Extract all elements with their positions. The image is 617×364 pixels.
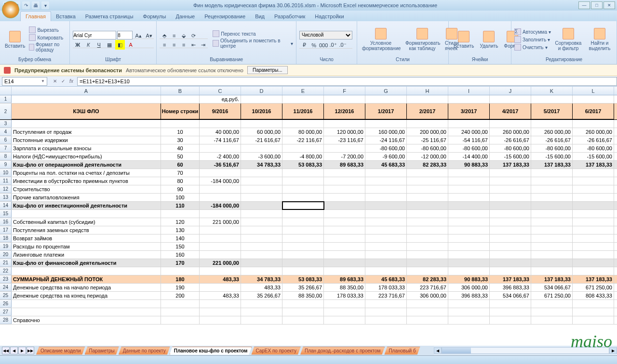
sort-filter-button[interactable]: Сортировка и фильтр — [553, 27, 584, 52]
sheet-tab[interactable]: Данные по проекту — [119, 347, 170, 355]
cell[interactable]: 53 083,33 — [282, 161, 324, 169]
cell[interactable]: 260 000,00 — [531, 128, 573, 136]
cell[interactable]: 100 — [161, 194, 200, 201]
cell[interactable] — [531, 308, 573, 316]
cell[interactable]: Прочие капиталовложения — [12, 194, 161, 201]
cell[interactable] — [573, 267, 614, 275]
sheet-tab[interactable]: Параметры — [85, 347, 119, 355]
cell[interactable]: Зарплата и социальные взносы — [12, 144, 161, 152]
decrease-font-button[interactable]: A▾ — [144, 31, 154, 40]
cell[interactable] — [161, 308, 200, 316]
print-icon[interactable]: 🖶 — [32, 1, 40, 9]
cell[interactable] — [324, 177, 365, 185]
cell[interactable]: -80 600,00 — [573, 144, 614, 152]
increase-decimal-button[interactable]: .0⁺ — [328, 40, 338, 50]
ribbon-tab-1[interactable]: Вставка — [51, 12, 80, 21]
cell[interactable] — [531, 259, 573, 267]
cell[interactable] — [448, 226, 490, 234]
cell[interactable] — [282, 194, 324, 201]
cell[interactable]: Инвестиции в обустройство приемных пункт… — [12, 177, 161, 185]
cell[interactable]: 240 000,00 — [448, 128, 490, 136]
cell[interactable]: 808 433,33 — [573, 292, 614, 299]
cell[interactable] — [531, 218, 573, 226]
row-header[interactable]: 22 — [0, 267, 12, 275]
currency-button[interactable]: ₽ — [299, 40, 309, 50]
cell[interactable] — [573, 316, 614, 324]
cell[interactable]: ед.руб. — [200, 95, 241, 103]
cell[interactable] — [531, 185, 573, 193]
cell[interactable] — [407, 218, 448, 226]
cell[interactable]: 60 000,00 — [241, 128, 282, 136]
cell[interactable]: 160 000,00 — [365, 128, 407, 136]
cell[interactable]: 306 000,00 — [407, 292, 448, 299]
cell[interactable] — [365, 95, 407, 103]
cell[interactable]: 137 183,33 — [490, 161, 531, 169]
cell[interactable]: 82 283,33 — [407, 275, 448, 283]
cell[interactable]: Лизинговые платежи — [12, 251, 161, 259]
cell[interactable] — [531, 300, 573, 308]
cell[interactable] — [12, 95, 161, 103]
cell[interactable]: 30 — [161, 136, 200, 144]
cell[interactable] — [448, 218, 490, 226]
indent-decrease-button[interactable]: ⇤ — [188, 40, 198, 50]
cell[interactable] — [490, 243, 531, 250]
wrap-text-button[interactable]: Перенос текста — [213, 30, 293, 37]
column-header[interactable]: L — [573, 87, 614, 95]
cell[interactable]: 483,33 — [200, 292, 241, 299]
cell[interactable] — [365, 316, 407, 324]
cell[interactable]: -14 400,00 — [448, 153, 490, 160]
cell[interactable] — [241, 218, 282, 226]
cell[interactable]: Проценты на пол. остатки на счетах / деп… — [12, 169, 161, 177]
cell[interactable] — [365, 185, 407, 193]
cell[interactable] — [407, 316, 448, 324]
last-sheet-button[interactable]: ▶▶ — [27, 347, 34, 354]
cell[interactable]: 223 716,67 — [407, 284, 448, 291]
cell[interactable]: -15 600,00 — [573, 153, 614, 160]
worksheet-grid[interactable]: ABCDEFGHIJKL 1ед.руб.2КЭШ ФЛОНомер строк… — [0, 87, 617, 355]
close-button[interactable]: ✕ — [604, 1, 615, 9]
fill-color-button[interactable]: ◧ — [115, 40, 125, 50]
cell[interactable] — [490, 308, 531, 316]
cell[interactable] — [241, 308, 282, 316]
cell[interactable] — [490, 218, 531, 226]
cell[interactable] — [200, 243, 241, 250]
column-header[interactable]: C — [200, 87, 241, 95]
sheet-tab[interactable]: Описание модели — [36, 347, 85, 355]
cell[interactable] — [241, 120, 282, 128]
cell[interactable] — [365, 194, 407, 201]
cell[interactable] — [490, 202, 531, 209]
cell[interactable] — [365, 300, 407, 308]
cell[interactable] — [531, 169, 573, 177]
cell[interactable]: 70 — [161, 169, 200, 177]
cell[interactable]: Строительство — [12, 185, 161, 193]
cell[interactable]: Расходы по процентам — [12, 243, 161, 250]
cell[interactable]: -25 116,67 — [407, 136, 448, 144]
conditional-format-button[interactable]: Условное форматирование — [360, 27, 402, 52]
align-middle-button[interactable]: ≡ — [169, 31, 179, 40]
cell[interactable] — [200, 226, 241, 234]
cell[interactable]: -80 600,00 — [490, 144, 531, 152]
row-header[interactable]: 7 — [0, 144, 12, 152]
cell[interactable]: -36 516,67 — [200, 161, 241, 169]
cell[interactable]: 10 — [161, 128, 200, 136]
cell[interactable] — [490, 210, 531, 218]
cell[interactable] — [324, 316, 365, 324]
cell[interactable]: Денежные средства на начало периода — [12, 284, 161, 291]
cell[interactable]: 130 — [161, 226, 200, 234]
cell[interactable] — [282, 144, 324, 152]
cell[interactable] — [324, 259, 365, 267]
cancel-formula-icon[interactable]: ✕ — [51, 78, 59, 85]
cell[interactable]: -22 116,67 — [282, 136, 324, 144]
cell[interactable]: -23 116,67 — [324, 136, 365, 144]
cell[interactable] — [12, 210, 161, 218]
cell[interactable] — [282, 120, 324, 128]
chevron-down-icon[interactable]: ▼ — [41, 79, 45, 83]
cell[interactable] — [407, 234, 448, 242]
row-header[interactable]: 23 — [0, 275, 12, 283]
cell[interactable] — [448, 95, 490, 103]
cell[interactable]: 90 — [161, 185, 200, 193]
minimize-button[interactable]: — — [578, 1, 590, 9]
cell[interactable] — [12, 120, 161, 128]
cell[interactable]: 180 — [161, 275, 200, 283]
cell[interactable] — [324, 243, 365, 250]
